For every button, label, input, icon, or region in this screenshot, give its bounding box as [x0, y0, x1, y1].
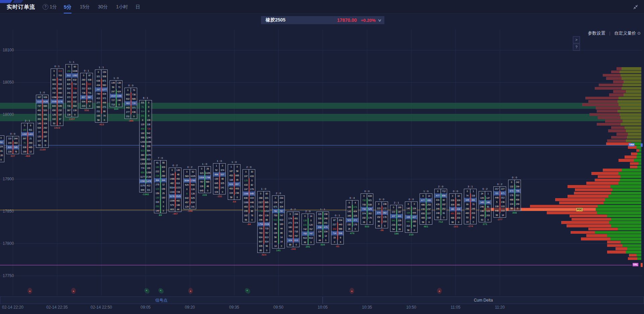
bid-ask-cell: 1025 — [205, 171, 211, 175]
profile-sell-segment — [608, 129, 626, 132]
bid-ask-cell: 763 — [258, 231, 264, 235]
bid-ask-cell: 60 — [72, 64, 78, 69]
bid-ask-cell: 93 — [411, 224, 417, 228]
footprint-bar: 0 : 201491494814864524826135314122313167… — [169, 164, 181, 216]
imbalance-ratio: 2 : 0 — [272, 192, 285, 195]
panel-help-button[interactable]: ? — [573, 44, 580, 51]
candle-body — [455, 198, 456, 220]
bid-ask-cell: 132 — [508, 184, 515, 189]
bar-delta: 291 — [302, 245, 314, 249]
tab-1小时[interactable]: 1小时 — [116, 4, 128, 10]
profile-sell-segment — [559, 201, 604, 205]
bid-ask-cell: 241 — [66, 91, 72, 95]
candle-body — [101, 79, 102, 114]
footprint-box: 0872609384416912126217367018975676944002… — [80, 73, 93, 108]
bid-ask-cell: 484 — [213, 172, 219, 177]
bid-ask-cell: 736 — [131, 92, 137, 97]
gear-icon[interactable]: ⊙ — [637, 31, 641, 36]
footprint-bar: 0 : 108726093844169121262173670189756769… — [80, 69, 93, 112]
bid-ask-cell: 118 — [228, 178, 234, 182]
footprint-box: 019622317237436215217696103260 — [375, 201, 388, 228]
bid-ask-cell: 654 — [258, 213, 264, 218]
symbol-price: 17870.00 — [337, 17, 357, 23]
footprint-box: 0525831025506417905295000128612864262545… — [183, 169, 196, 209]
bid-ask-cell: 715 — [293, 229, 299, 234]
bid-ask-cell: 134 — [272, 231, 278, 235]
bar-delta: 186 — [390, 232, 403, 235]
bid-ask-cell: 139 — [264, 213, 270, 218]
footprint-box: 0615051110921400397217026932848519912 — [21, 123, 34, 154]
tab-15分[interactable]: 15分 — [80, 4, 90, 10]
footprint-bar: 0 : 002421322996737551763124884661041595… — [508, 176, 521, 215]
imbalance-ratio: 0 : 0 — [6, 132, 19, 136]
candle-body — [219, 172, 220, 190]
bid-ask-cell: 567 — [87, 95, 93, 99]
profile-sell-segment — [575, 188, 612, 191]
bid-ask-cell: 326 — [317, 216, 323, 221]
time-gridline — [13, 30, 13, 296]
bid-ask-cell: 205 — [449, 198, 455, 203]
bid-ask-cell: 419 — [396, 223, 402, 227]
bid-ask-cell: 56 — [243, 218, 249, 222]
help-icon[interactable]: ? — [43, 4, 48, 10]
tab-5分[interactable]: 5分 — [64, 4, 71, 10]
bid-ask-cell: 187 — [42, 134, 48, 139]
bid-ask-cell: 76 — [13, 149, 19, 154]
bid-ask-cell: 535 — [367, 203, 373, 207]
volume-profile-row — [541, 237, 641, 240]
param-settings-link[interactable]: 参数设置 — [588, 31, 605, 36]
bid-ask-cell: 309 — [455, 198, 462, 203]
signal-pane-header[interactable]: 信号点 — [0, 297, 323, 304]
volume-profile-row — [541, 90, 641, 93]
bid-ask-cell: 580 — [205, 180, 211, 184]
volume-profile-row — [541, 175, 641, 178]
bid-ask-cell: 104 — [228, 191, 234, 195]
bar-delta: -108 — [183, 209, 196, 213]
tab-1分[interactable]: 1分 — [50, 4, 57, 10]
bid-ask-cell: 130 — [199, 184, 205, 188]
cum-delta-pane-header[interactable]: Cum Delta — [323, 297, 644, 304]
bid-ask-cell: 346 — [485, 200, 491, 205]
footprint-row: 440 — [317, 238, 329, 242]
profile-buy-segment — [628, 133, 641, 136]
bid-ask-cell: 161 — [0, 149, 4, 153]
footprint-bar: 0 : 103130763900742303615376650747990126… — [51, 65, 63, 130]
footprint-bar: 6 : 133107103140291001301201184547261605… — [139, 96, 152, 196]
footprint-row: 00 — [405, 202, 417, 206]
bid-ask-cell: 149 — [36, 121, 42, 126]
bid-ask-cell: 1268 — [146, 170, 152, 175]
bid-ask-cell: 755 — [361, 198, 367, 203]
time-gridline — [455, 30, 456, 296]
bid-ask-cell: 0 — [0, 136, 4, 140]
bid-ask-cell: 96 — [376, 219, 382, 224]
price-axis-label: 17800 — [3, 241, 14, 246]
bid-ask-cell: 118 — [146, 122, 152, 127]
imbalance-ratio: 0 : 2 — [169, 164, 181, 168]
bid-ask-cell: 160 — [160, 195, 166, 200]
bid-ask-cell: 141 — [219, 185, 225, 190]
bid-ask-cell: 0 — [146, 109, 152, 114]
profile-sell-segment — [607, 241, 621, 244]
bid-ask-cell: 460 — [464, 211, 470, 215]
footprint-row: 80344 — [169, 207, 181, 212]
bid-ask-cell: 440 — [337, 222, 343, 227]
chart-toolbar: 参数设置 | 自定义量价 ⊙ — [588, 30, 641, 36]
expand-panel-button[interactable]: > — [573, 36, 580, 43]
profile-sell-segment — [581, 237, 610, 240]
volume-profile-row — [541, 247, 641, 250]
volume-profile-row — [541, 169, 641, 172]
volume-profile-row — [541, 110, 641, 113]
footprint-bar: 2 : 106150511109214003972170269328485199… — [21, 119, 34, 158]
imbalance-ratio: 0 : 2 — [479, 187, 491, 191]
price-gridline — [0, 276, 642, 276]
bid-ask-cell: 360 — [140, 153, 146, 157]
tab-日[interactable]: 日 — [136, 4, 140, 10]
collapse-icon[interactable] — [632, 3, 639, 11]
bid-ask-cell: 482 — [169, 181, 175, 185]
symbol-selector[interactable]: 橡胶2505 17870.00 +0.20% ∨ — [261, 16, 384, 24]
bid-ask-cell: 0 — [376, 202, 382, 206]
tab-30分[interactable]: 30分 — [98, 4, 108, 10]
custom-volume-price-link[interactable]: 自定义量价 — [614, 31, 636, 36]
bid-ask-cell: 5064 — [184, 178, 190, 183]
bar-delta: -413 — [95, 123, 108, 126]
